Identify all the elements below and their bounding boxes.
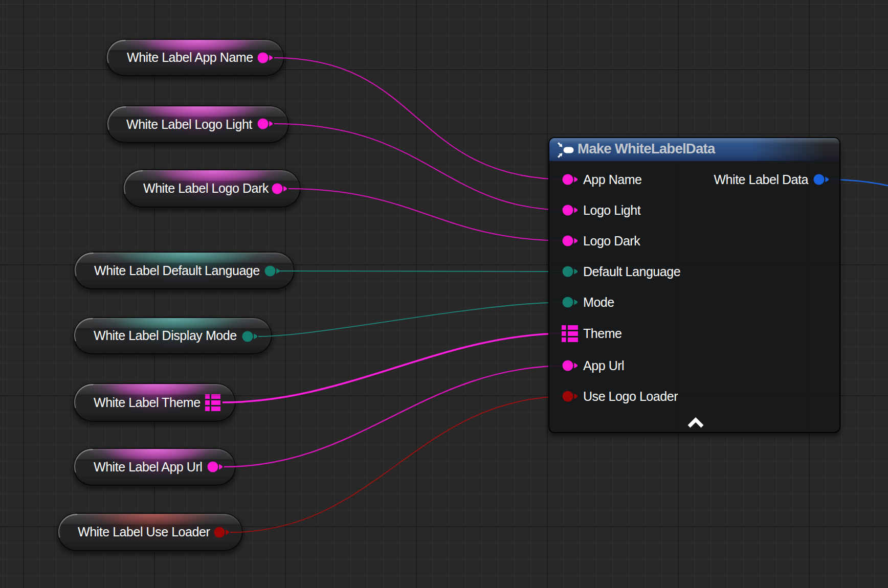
svg-text:Mode: Mode bbox=[583, 295, 614, 309]
svg-text:White Label Data: White Label Data bbox=[714, 172, 808, 187]
svg-text:Logo Light: Logo Light bbox=[583, 203, 641, 217]
svg-text:App Url: App Url bbox=[583, 358, 624, 373]
svg-text:Theme: Theme bbox=[583, 326, 622, 341]
svg-text:Use Logo Loader: Use Logo Loader bbox=[583, 389, 678, 403]
svg-text:Logo Dark: Logo Dark bbox=[583, 234, 640, 248]
svg-text:App Name: App Name bbox=[583, 172, 642, 187]
svg-text:Default Language: Default Language bbox=[583, 264, 680, 279]
